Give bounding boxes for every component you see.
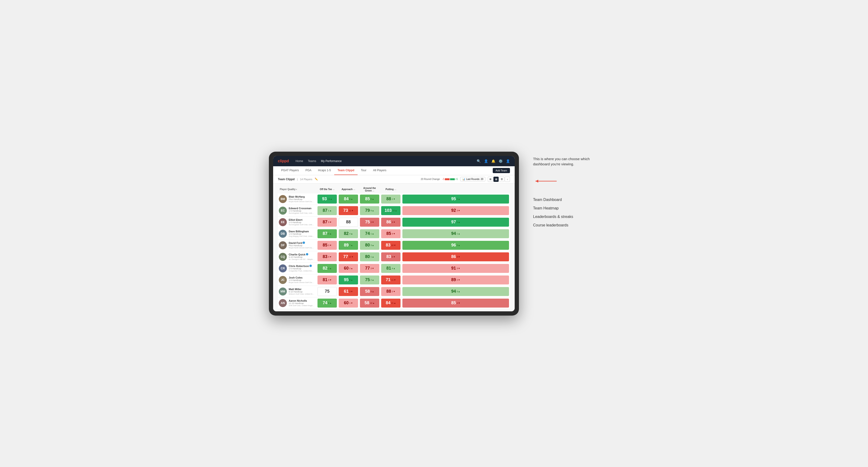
score-change: 3▲: [457, 244, 460, 247]
change-arrow: ▲: [351, 232, 353, 235]
last-rounds-button[interactable]: 📊 Last Rounds: 20: [460, 177, 486, 181]
view-list-button[interactable]: ☰: [499, 177, 504, 182]
player-handicap: Plus Handicap: [289, 244, 315, 247]
score-cell-around-green: 85 3▼: [380, 228, 401, 239]
score-value: 79: [365, 208, 370, 213]
score-value: 88: [386, 289, 391, 294]
change-arrow: ▲: [458, 290, 460, 293]
change-value: 6: [392, 221, 393, 223]
player-club: Sunningdale Golf Club, United Kingdom: [289, 224, 315, 226]
score-value: 89: [344, 243, 349, 248]
score-cell-approach: 77 3▼: [359, 262, 380, 274]
table-row[interactable]: BM Blair McHarg Plus Handicap Royal Nort…: [278, 193, 510, 205]
change-arrow: ▼: [394, 279, 396, 281]
score-value: 60: [344, 301, 349, 305]
score-value: 86: [451, 254, 456, 259]
table-row[interactable]: DF David Ford Plus Handicap Royal North …: [278, 239, 510, 251]
score-box: 81 4▲: [381, 264, 401, 273]
annotation-arrow-svg: [533, 177, 561, 186]
settings-icon[interactable]: ⚙️: [499, 159, 503, 163]
change-arrow: ▲: [372, 244, 374, 247]
score-change: 3▼: [328, 279, 332, 281]
change-arrow: ▲: [330, 302, 332, 304]
subnav-pgat[interactable]: PGAT Players: [278, 166, 302, 175]
sort-arrow-player[interactable]: ▾: [296, 188, 297, 191]
player-name[interactable]: Blair McHarg: [289, 195, 315, 198]
annotation-text: This is where you can choose which dashb…: [533, 156, 599, 167]
table-row[interactable]: AN Aaron Nicholls 11-15 Handicap Drift G…: [278, 297, 510, 309]
score-value: 95: [344, 277, 349, 282]
view-grid-button[interactable]: ⊞: [488, 177, 493, 182]
sort-arrow-approach[interactable]: —: [353, 188, 355, 191]
col-header-player: Player Quality ▾: [278, 186, 316, 193]
player-name[interactable]: Dave Billingham: [289, 230, 315, 233]
option-team-heatmap[interactable]: Team Heatmap: [533, 206, 599, 210]
nav-link-teams[interactable]: Teams: [308, 158, 316, 164]
table-row[interactable]: MM Matt Miller 6-10 Handicap Woburn Golf…: [278, 286, 510, 297]
sort-arrow-offtee[interactable]: —: [333, 188, 335, 191]
score-change: 3▼: [457, 267, 460, 270]
subnav-all-players[interactable]: All Players: [370, 166, 390, 175]
player-avatar: DB: [279, 230, 287, 238]
view-heat-button[interactable]: ▦: [493, 177, 499, 182]
score-box: 85 3▼: [317, 241, 337, 250]
nav-link-performance[interactable]: My Performance: [321, 158, 342, 164]
subnav-team-clippd[interactable]: Team Clippd: [334, 166, 358, 175]
option-leaderboards[interactable]: Leaderboards & streaks: [533, 215, 599, 219]
player-name[interactable]: Aaron Nicholls: [289, 299, 315, 302]
verified-icon: [306, 253, 308, 255]
subnav-hcaps[interactable]: Hcaps 1-5: [315, 166, 334, 175]
option-team-dashboard[interactable]: Team Dashboard: [533, 198, 599, 202]
player-name[interactable]: Charlie Quick: [289, 253, 315, 256]
score-box: 79 9▲: [360, 206, 379, 215]
add-team-button[interactable]: Add Team: [493, 168, 510, 173]
edit-icon[interactable]: ✏️: [315, 178, 318, 181]
score-box: 60 2▲: [339, 264, 358, 273]
player-name[interactable]: Chris Robertson: [289, 264, 315, 268]
change-arrow: ▼: [330, 244, 332, 247]
player-club: Craigmillar Park, United Kingdom: [289, 270, 315, 272]
change-value: 2: [371, 279, 372, 281]
score-box: 89 7▲: [339, 241, 358, 250]
score-box: 87 3▼: [317, 218, 337, 227]
table-row[interactable]: DB Dave Billingham 1-5 Handicap Gog Mago…: [278, 228, 510, 239]
score-value: 77: [365, 266, 370, 271]
change-value: 3: [371, 267, 372, 270]
user-icon[interactable]: 👤: [484, 159, 488, 163]
score-value: 73: [343, 208, 348, 213]
table-row[interactable]: EE Elliot Ebert 1-5 Handicap Sunningdale…: [278, 216, 510, 228]
score-change: 10▲: [370, 302, 375, 304]
score-cell-around-green: 84 21▲: [380, 297, 401, 309]
avatar-icon[interactable]: 👤: [506, 159, 510, 163]
player-name[interactable]: Elliot Ebert: [289, 218, 315, 221]
sort-arrow-putting[interactable]: —: [394, 188, 396, 191]
view-export-button[interactable]: ↓: [505, 177, 510, 182]
player-name[interactable]: Edward Crossman: [289, 207, 315, 210]
score-box: 86 6▼: [381, 218, 401, 227]
table-row[interactable]: CR Chris Robertson 1-5 Handicap Craigmil…: [278, 262, 510, 274]
main-content: Player Quality ▾ Off the Tee — Approach …: [273, 184, 515, 311]
subnav-pga[interactable]: PGA: [302, 166, 315, 175]
annotation-arrow-area: [533, 177, 599, 186]
subnav-tour[interactable]: Tour: [358, 166, 370, 175]
table-row[interactable]: EC Edward Crossman 1-5 Handicap Sunningd…: [278, 205, 510, 216]
change-arrow: ▼: [351, 302, 353, 304]
search-icon[interactable]: 🔍: [477, 159, 481, 163]
score-box: 89 2▼: [402, 276, 509, 284]
bell-icon[interactable]: 🔔: [491, 159, 495, 163]
player-name[interactable]: David Ford: [289, 242, 315, 244]
change-arrow: ▲: [372, 210, 374, 212]
nav-link-home[interactable]: Home: [296, 158, 303, 164]
score-cell-player-quality: 87 4▲: [316, 228, 338, 239]
table-row[interactable]: JC Josh Coles 1-5 Handicap Royal North D…: [278, 274, 510, 286]
data-table: Player Quality ▾ Off the Tee — Approach …: [278, 186, 510, 309]
table-row[interactable]: CQ Charlie Quick 6-10 Handicap St. Georg…: [278, 251, 510, 262]
score-box: 82 4▲: [339, 229, 358, 238]
player-name[interactable]: Matt Miller: [289, 288, 315, 290]
score-change: 6▼: [392, 256, 395, 258]
option-course-leaderboards[interactable]: Course leaderboards: [533, 223, 599, 227]
change-arrow: ▼: [330, 221, 332, 223]
change-arrow: ▼: [458, 256, 460, 258]
sort-arrow-aroundgreen[interactable]: —: [372, 190, 374, 192]
player-name[interactable]: Josh Coles: [289, 276, 315, 279]
